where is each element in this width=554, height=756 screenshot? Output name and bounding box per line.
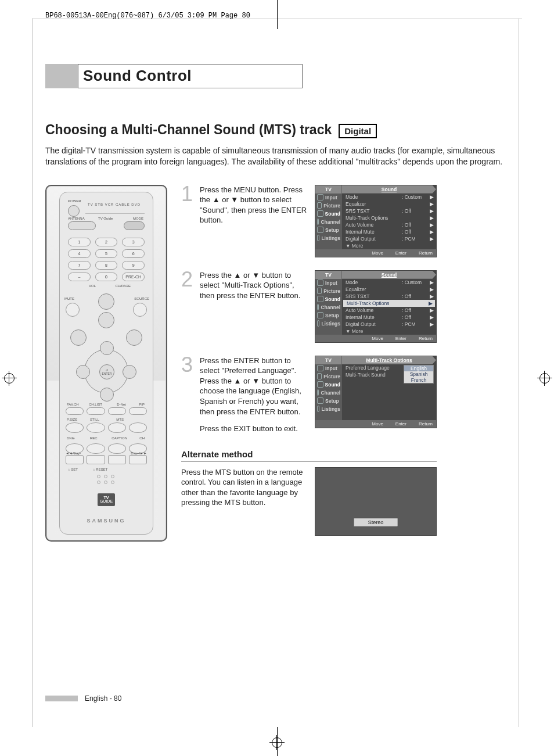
- osd-main: Preferred LanguageMulti-Track SoundEngli…: [342, 364, 436, 420]
- osd-side-item: Input: [315, 279, 342, 287]
- key-8: 8: [95, 261, 118, 270]
- remote-label-mts: MTS: [116, 418, 124, 421]
- remote-label-rec: REC: [90, 436, 98, 440]
- trim-line: [32, 19, 33, 727]
- section-title: Sound Control: [78, 64, 303, 88]
- language-popup: EnglishSpanishFrench: [404, 365, 434, 384]
- section-accent-bar: [45, 64, 78, 88]
- osd-menu-row: Equalizer▶: [342, 200, 436, 207]
- step-text: Press the MENU button. Press the ▲ or ▼ …: [200, 185, 309, 225]
- remote-label-caption: CAPTION: [111, 436, 127, 440]
- remote-label-set: ○ SET: [68, 468, 78, 471]
- osd-menu-row: ▼ More: [342, 242, 436, 249]
- osd-menu-row: ▼ More: [342, 328, 436, 335]
- stereo-indicator: Stereo: [354, 518, 398, 527]
- source-button: [133, 303, 147, 317]
- alternate-text: Press the MTS button on the remote contr…: [181, 467, 309, 536]
- osd-menu-row: Digital Output: PCM▶: [342, 235, 436, 242]
- osd-sidebar: InputPictureSoundChannelSetupListings: [315, 279, 342, 335]
- key-3: 3: [122, 238, 145, 246]
- subheading-tag: Digital: [339, 124, 377, 138]
- osd-side-item: Sound: [315, 381, 342, 389]
- osd-screenshot-4: Stereo: [315, 467, 437, 536]
- vol-up-button: [98, 293, 114, 310]
- pip-up-button: [129, 422, 147, 433]
- key-4: 4: [68, 249, 91, 258]
- osd-side-item: Picture: [315, 202, 342, 210]
- trim-line: [519, 19, 519, 727]
- osd-side-item: Sound: [315, 295, 342, 303]
- osd-side-item: Setup: [315, 311, 342, 320]
- crop-mark-top: [277, 0, 278, 29]
- registration-mark-right: [537, 371, 552, 386]
- step-1: 1 Press the MENU button. Press the ▲ or …: [181, 185, 508, 257]
- osd-title: Sound: [342, 185, 436, 194]
- osd-side-item: Setup: [315, 397, 342, 405]
- step-number: 3: [181, 356, 194, 374]
- remote-label-dnet: D-Net: [117, 403, 126, 406]
- mute-button: [66, 303, 80, 317]
- subheading-row: Choosing a Multi-Channel Sound (MTS) tra…: [45, 122, 508, 138]
- still-button: [87, 422, 105, 433]
- key-0: 0: [95, 273, 118, 281]
- osd-side-item: Input: [315, 194, 342, 202]
- dpad: ⏎ENTER: [78, 343, 134, 399]
- osd-footer: MoveEnterReturn: [315, 249, 436, 257]
- caption-button: [108, 443, 126, 454]
- step-text: Press the ENTER button to select "Prefer…: [200, 356, 309, 434]
- enter-button: ⏎ENTER: [99, 364, 114, 379]
- section-title-row: Sound Control: [45, 64, 508, 88]
- vol-down-button: [98, 312, 114, 328]
- osd-side-item: Listings: [315, 405, 342, 413]
- osd-side-item: Picture: [315, 372, 342, 381]
- remote-label-chlist: CH.LIST: [89, 403, 102, 406]
- osd-menu-row: Equalizer▶: [342, 286, 436, 293]
- remote-label-ch: CH: [139, 436, 145, 440]
- osd-title: Sound: [342, 271, 436, 279]
- osd-menu-row: Multi-Track Options▶: [343, 300, 435, 307]
- dpad-right: [123, 365, 136, 379]
- key-5: 5: [95, 249, 118, 258]
- osd-badge-tv: TV: [315, 271, 342, 279]
- page-number: English - 80: [85, 694, 121, 703]
- remote-label-chpage: CH/PAGE: [115, 284, 131, 288]
- key-dash: –: [68, 273, 91, 281]
- remote-label-power: POWER: [68, 199, 81, 203]
- osd-menu-row: Digital Output: PCM▶: [342, 321, 436, 328]
- remote-label-vol: VOL: [89, 284, 96, 288]
- play-button: [108, 455, 126, 464]
- remote-label-reset: ○ RESET: [93, 468, 107, 471]
- osd-side-item: Channel: [315, 303, 342, 311]
- subheading: Choosing a Multi-Channel Sound (MTS) tra…: [45, 122, 332, 138]
- osd-menu-row: Auto Volume: Off▶: [342, 221, 436, 228]
- osd-side-item: Sound: [315, 210, 342, 218]
- pip-button: [129, 407, 147, 415]
- remote-label-favch: FAV.CH: [67, 403, 79, 406]
- remote-dots: [97, 475, 116, 484]
- dpad-down: [100, 388, 114, 402]
- remote-label-antenna: ANTENNA: [68, 217, 85, 220]
- remote-label-modes: TV STB VCR CABLE DVD: [88, 203, 141, 206]
- remote-label-mode: MODE: [133, 217, 143, 220]
- osd-footer: MoveEnterReturn: [315, 335, 436, 342]
- key-9: 9: [122, 261, 145, 270]
- step-text: Press the ▲ or ▼ button to select "Multi…: [200, 270, 309, 301]
- favch-button: [66, 407, 84, 415]
- osd-screenshot-1: TVSound InputPictureSoundChannelSetupLis…: [315, 185, 437, 257]
- remote-label-pip: PIP: [139, 403, 145, 406]
- language-option: French: [404, 377, 433, 383]
- trim-line: [32, 19, 522, 19]
- stop-button: [87, 455, 105, 464]
- osd-menu-row: SRS TSXT: Off▶: [342, 207, 436, 214]
- key-prech: PRE-CH: [122, 273, 145, 281]
- remote-illustration: POWER TV STB VCR CABLE DVD ANTENNA TV Gu…: [45, 185, 167, 542]
- osd-screenshot-3: TVMulti-Track Options InputPictureSoundC…: [315, 356, 437, 428]
- ffwd-button: [129, 455, 147, 464]
- registration-mark-bottom: [269, 735, 285, 750]
- step-2: 2 Press the ▲ or ▼ button to select "Mul…: [181, 270, 508, 343]
- osd-badge-tv: TV: [315, 185, 342, 194]
- alternate-method: Alternate method Press the MTS button on…: [181, 449, 508, 536]
- key-6: 6: [122, 249, 145, 258]
- tvguide-logo: TVGUIDE: [98, 493, 115, 506]
- osd-side-item: Setup: [315, 226, 342, 234]
